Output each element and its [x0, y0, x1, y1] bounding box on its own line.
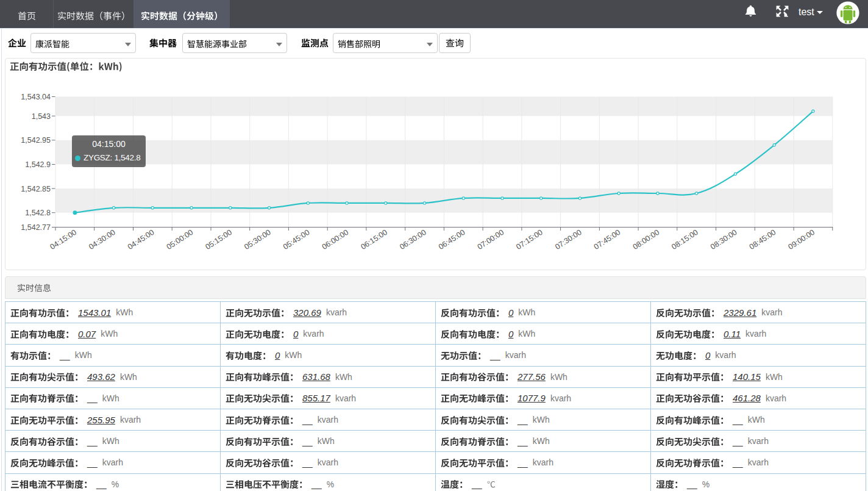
svg-text:06:00:00: 06:00:00	[321, 228, 350, 251]
svg-text:1,543: 1,543	[32, 112, 51, 121]
svg-text:1,542.9: 1,542.9	[25, 160, 51, 169]
svg-text:06:45:00: 06:45:00	[437, 228, 466, 251]
svg-text:04:15:00: 04:15:00	[49, 228, 78, 251]
svg-text:05:00:00: 05:00:00	[165, 228, 194, 251]
svg-text:08:30:00: 08:30:00	[709, 228, 738, 251]
svg-text:06:30:00: 06:30:00	[398, 228, 427, 251]
svg-text:07:30:00: 07:30:00	[553, 228, 583, 251]
svg-text:07:45:00: 07:45:00	[592, 228, 622, 251]
svg-text:1,542.8: 1,542.8	[25, 209, 51, 217]
svg-text:05:15:00: 05:15:00	[204, 228, 233, 251]
svg-text:04:45:00: 04:45:00	[126, 228, 155, 251]
svg-text:05:30:00: 05:30:00	[243, 228, 272, 251]
svg-text:07:00:00: 07:00:00	[476, 228, 505, 251]
svg-text:09:00:00: 09:00:00	[787, 228, 816, 251]
svg-text:08:45:00: 08:45:00	[748, 228, 777, 251]
svg-text:08:00:00: 08:00:00	[631, 228, 661, 251]
svg-text:07:15:00: 07:15:00	[514, 228, 544, 251]
svg-text:06:15:00: 06:15:00	[359, 228, 388, 251]
svg-text:1,542.95: 1,542.95	[21, 136, 51, 145]
svg-text:05:45:00: 05:45:00	[282, 228, 311, 251]
svg-text:04:30:00: 04:30:00	[87, 228, 116, 251]
svg-text:08:15:00: 08:15:00	[670, 228, 699, 251]
svg-text:1,542.85: 1,542.85	[21, 185, 51, 193]
svg-text:1,542.77: 1,542.77	[21, 223, 51, 232]
svg-text:1,543.04: 1,543.04	[21, 93, 51, 101]
